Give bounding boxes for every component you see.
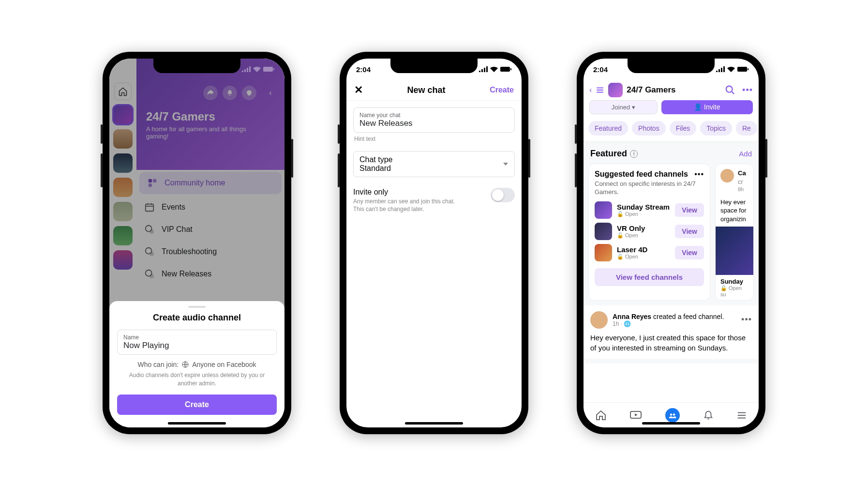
nav-watch[interactable] [629,410,642,421]
create-audio-sheet: Create audio channel Name Now Playing Wh… [109,301,284,427]
field-value: Standard [359,164,392,173]
svg-rect-0 [263,67,273,72]
more-button[interactable]: ••• [742,85,753,95]
add-link[interactable]: Add [739,150,752,158]
bell-icon [703,410,714,421]
watch-icon [629,410,642,421]
sheet-title: Create audio channel [117,313,277,323]
post-meta: 1h · 🌐 [613,320,724,327]
close-button[interactable]: ✕ [354,84,363,96]
nav-menu[interactable] [736,410,747,421]
who-can-join: Who can join: Anyone on Facebook [117,361,277,368]
signal-icon [479,66,488,72]
featured-heading: Featured [590,149,627,159]
phone-mockup-1: ‹ 24/7 Gamers A home for all gamers and … [103,52,291,434]
chevron-down-icon [503,161,509,167]
create-link[interactable]: Create [490,86,514,94]
new-chat-header: ✕ New chat Create [346,80,522,101]
chat-type-select[interactable]: Chat type Standard [353,151,515,177]
field-label: Name your chat [359,112,509,119]
avatar[interactable] [590,311,608,329]
field-label: Name [123,334,270,341]
battery-icon [263,66,275,72]
svg-rect-16 [748,68,748,70]
chat-name-field[interactable]: Name your chat New Releases [353,107,515,133]
phone-mockup-3: 2:04 ‹ 24/7 Gamers ••• Joined ▾ 👤 Invite… [577,52,765,434]
signal-icon [242,66,251,72]
phone-mockup-2: 2:04 ✕ New chat Create Name your chat Ne… [340,52,528,434]
invite-only-label: Invite only [353,188,460,197]
post-text: Hey everyone, I just created this space … [590,333,752,353]
invite-button[interactable]: 👤 Invite [661,100,753,114]
name-field[interactable]: Name Now Playing [117,330,277,355]
field-value: New Releases [359,119,509,128]
view-button[interactable]: View [675,203,704,217]
battery-icon [737,66,749,72]
sheet-grabber[interactable] [188,306,206,308]
joined-pill[interactable]: Joined ▾ [589,100,658,114]
status-time: 2:04 [593,65,608,74]
tab-more[interactable]: Re [736,121,757,136]
field-value: Now Playing [123,341,270,350]
hamburger-icon [736,410,747,421]
card-subtitle: Connect on specific interests in 24/7 Ga… [595,180,704,197]
svg-point-20 [673,413,675,416]
avatar [720,169,734,182]
svg-point-19 [670,413,673,416]
tab-files[interactable]: Files [670,121,697,136]
create-button[interactable]: Create [117,395,277,415]
feed-post: Anna Reyes created a feed channel. 1h · … [584,305,759,359]
view-button[interactable]: View [675,225,704,238]
channel-status: 🔓 Open [617,211,670,217]
preview-image [716,227,753,275]
view-feed-channels-button[interactable]: View feed channels [595,268,704,286]
post-more[interactable]: ••• [741,315,752,325]
field-label: Chat type [359,155,392,164]
tab-photos[interactable]: Photos [632,121,666,136]
status-time: 2:04 [356,65,371,74]
hint-text: Hint text [354,136,514,142]
tabs-row: Featured Photos Files Topics Re [584,119,759,141]
channel-thumb [595,244,612,261]
groups-icon [668,411,677,420]
suggested-channels-card: Suggested feed channels ••• Connect on s… [588,164,710,301]
group-title: 24/7 Gamers [627,85,721,95]
invite-only-toggle[interactable] [491,188,515,202]
home-icon [595,410,607,421]
menu-button[interactable] [596,86,604,94]
invite-only-sub: Any member can see and join this chat. T… [353,197,460,213]
group-header: ‹ 24/7 Gamers ••• [584,80,759,100]
svg-rect-1 [273,68,274,70]
feed-preview-card[interactable]: Ca cr 8h Hey ever space for organizin Su… [715,164,754,301]
post-author[interactable]: Anna Reyes [613,313,651,320]
channel-row: VR Only 🔓 Open View [595,223,704,240]
post-action: created a feed channel. [653,313,724,320]
nav-groups[interactable] [665,408,680,423]
svg-rect-14 [510,68,511,70]
search-icon[interactable] [725,85,735,95]
channel-status: 🔓 Open [617,254,670,260]
nav-notifications[interactable] [703,410,714,421]
svg-point-17 [726,86,733,92]
card-more[interactable]: ••• [694,170,704,179]
view-button[interactable]: View [675,246,704,259]
tab-featured[interactable]: Featured [588,121,628,136]
channel-row: Laser 4D 🔓 Open View [595,244,704,261]
nav-home[interactable] [595,410,607,421]
wifi-icon [727,66,735,72]
wifi-icon [490,66,498,72]
globe-icon [181,361,189,368]
back-button[interactable]: ‹ [589,86,592,94]
info-icon[interactable]: i [630,150,638,158]
group-avatar[interactable] [608,83,623,97]
card-title: Suggested feed channels [595,170,688,179]
channel-thumb [595,201,612,219]
svg-rect-13 [500,67,510,72]
wifi-icon [253,66,261,72]
channel-status: 🔓 Open [617,232,670,239]
tab-topics[interactable]: Topics [700,121,732,136]
sheet-hint: Audio channels don't expire unless delet… [117,371,277,388]
hamburger-icon [596,86,604,94]
svg-rect-15 [737,67,747,72]
battery-icon [500,66,512,72]
